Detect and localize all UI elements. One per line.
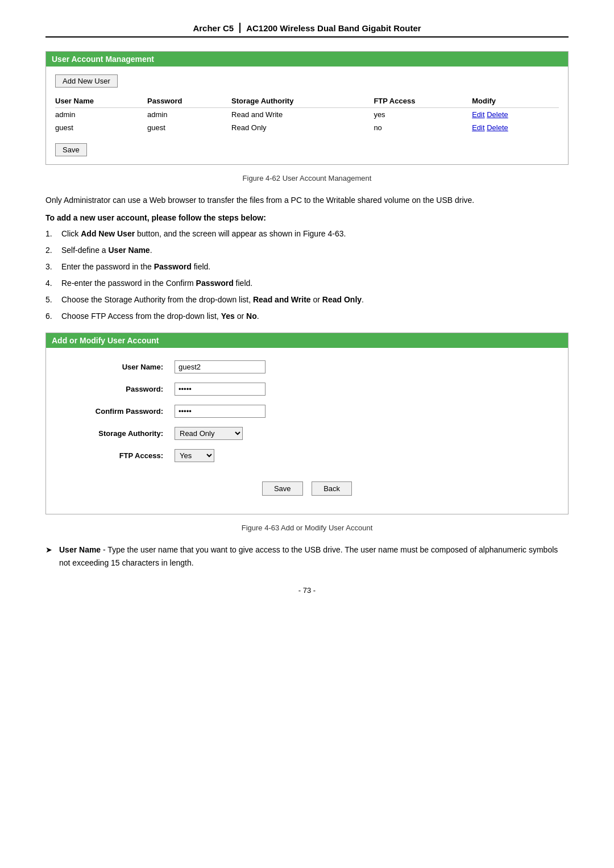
- delete-link[interactable]: Delete: [487, 110, 508, 119]
- ftp-label: FTP Access:: [55, 445, 169, 467]
- form-buttons: Save Back: [61, 472, 553, 501]
- steps-heading: To add a new user account, please follow…: [45, 213, 569, 222]
- list-item: 4.Re-enter the password in the Confirm P…: [45, 277, 569, 289]
- form-row-password: Password:: [55, 378, 559, 400]
- password-input[interactable]: [175, 383, 265, 396]
- cell-username: guest: [55, 121, 147, 134]
- step-number: 1.: [45, 228, 61, 240]
- form-back-button[interactable]: Back: [312, 481, 352, 496]
- figure63-caption: Figure 4-63 Add or Modify User Account: [45, 524, 569, 532]
- add-new-user-button[interactable]: Add New User: [55, 74, 118, 88]
- confirm-password-input[interactable]: [175, 405, 265, 418]
- cell-password: admin: [147, 108, 231, 122]
- col-ftp: FTP Access: [374, 94, 472, 108]
- cell-ftp: yes: [374, 108, 472, 122]
- table-row: guest guest Read Only no Edit Delete: [55, 121, 559, 134]
- form-row-confirm: Confirm Password:: [55, 400, 559, 422]
- brand-name: Archer C5: [193, 23, 234, 33]
- page-number: - 73 -: [45, 586, 569, 595]
- add-modify-panel: Add or Modify User Account User Name: Pa…: [45, 333, 569, 514]
- bullet-dash: -: [101, 545, 107, 554]
- bullet-section: ➤ User Name - Type the user name that yo…: [45, 543, 569, 569]
- col-modify: Modify: [472, 94, 559, 108]
- step-number: 3.: [45, 261, 61, 273]
- cell-storage: Read Only: [231, 121, 374, 134]
- list-item: 3.Enter the password in the Password fie…: [45, 261, 569, 273]
- table-row: admin admin Read and Write yes Edit Dele…: [55, 108, 559, 122]
- form-save-button[interactable]: Save: [262, 481, 303, 496]
- cell-ftp: no: [374, 121, 472, 134]
- confirm-label: Confirm Password:: [55, 400, 169, 422]
- panel2-body: User Name: Password: Confirm Password:: [46, 348, 568, 514]
- cell-storage: Read and Write: [231, 108, 374, 122]
- header-subtitle: AC1200 Wireless Dual Band Gigabit Router: [246, 23, 421, 33]
- cell-modify: Edit Delete: [472, 108, 559, 122]
- body-text: Only Administrator can use a Web browser…: [45, 194, 569, 206]
- bullet-arrow: ➤: [45, 543, 59, 556]
- form-row-username: User Name:: [55, 356, 559, 378]
- cell-password: guest: [147, 121, 231, 134]
- col-storage: Storage Authority: [231, 94, 374, 108]
- step-text: Click Add New User button, and the scree…: [61, 228, 569, 240]
- table-header-row: User Name Password Storage Authority FTP…: [55, 94, 559, 108]
- step-text: Enter the password in the Password field…: [61, 261, 569, 273]
- col-password: Password: [147, 94, 231, 108]
- panel2-header: Add or Modify User Account: [46, 333, 568, 348]
- password-label: Password:: [55, 378, 169, 400]
- list-item: 6.Choose FTP Access from the drop-down l…: [45, 310, 569, 322]
- form-row-ftp: FTP Access: YesNo: [55, 445, 559, 467]
- edit-link[interactable]: Edit: [472, 110, 484, 119]
- form-row-storage: Storage Authority: Read and WriteRead On…: [55, 422, 559, 445]
- panel1-save-button[interactable]: Save: [55, 143, 87, 156]
- delete-link[interactable]: Delete: [487, 123, 508, 132]
- step-number: 2.: [45, 244, 61, 256]
- storage-label: Storage Authority:: [55, 422, 169, 445]
- step-number: 4.: [45, 277, 61, 289]
- panel1-body: Add New User User Name Password Storage …: [46, 67, 568, 164]
- step-text: Choose FTP Access from the drop-down lis…: [61, 310, 569, 322]
- col-username: User Name: [55, 94, 147, 108]
- form-table: User Name: Password: Confirm Password:: [55, 356, 559, 506]
- figure62-caption: Figure 4-62 User Account Management: [45, 174, 569, 182]
- ftp-access-select[interactable]: YesNo: [175, 449, 214, 462]
- page-header: Archer C5 AC1200 Wireless Dual Band Giga…: [45, 23, 569, 38]
- storage-authority-select[interactable]: Read and WriteRead Only: [175, 427, 243, 440]
- list-item: 1.Click Add New User button, and the scr…: [45, 228, 569, 240]
- header-divider: [239, 23, 240, 33]
- step-text: Self-define a User Name.: [61, 244, 569, 256]
- bullet-text: Type the user name that you want to give…: [59, 545, 558, 567]
- step-number: 6.: [45, 310, 61, 322]
- steps-list: 1.Click Add New User button, and the scr…: [45, 228, 569, 322]
- bullet-content: User Name - Type the user name that you …: [59, 543, 569, 569]
- user-table: User Name Password Storage Authority FTP…: [55, 94, 559, 134]
- username-label: User Name:: [55, 356, 169, 378]
- user-account-management-panel: User Account Management Add New User Use…: [45, 51, 569, 165]
- step-text: Re-enter the password in the Confirm Pas…: [61, 277, 569, 289]
- step-number: 5.: [45, 294, 61, 306]
- step-text: Choose the Storage Authority from the dr…: [61, 294, 569, 306]
- list-item: 2.Self-define a User Name.: [45, 244, 569, 256]
- cell-username: admin: [55, 108, 147, 122]
- list-item: 5.Choose the Storage Authority from the …: [45, 294, 569, 306]
- edit-link[interactable]: Edit: [472, 123, 484, 132]
- panel1-header: User Account Management: [46, 52, 568, 67]
- bullet-term: User Name: [59, 545, 101, 554]
- username-input[interactable]: [175, 360, 265, 373]
- cell-modify: Edit Delete: [472, 121, 559, 134]
